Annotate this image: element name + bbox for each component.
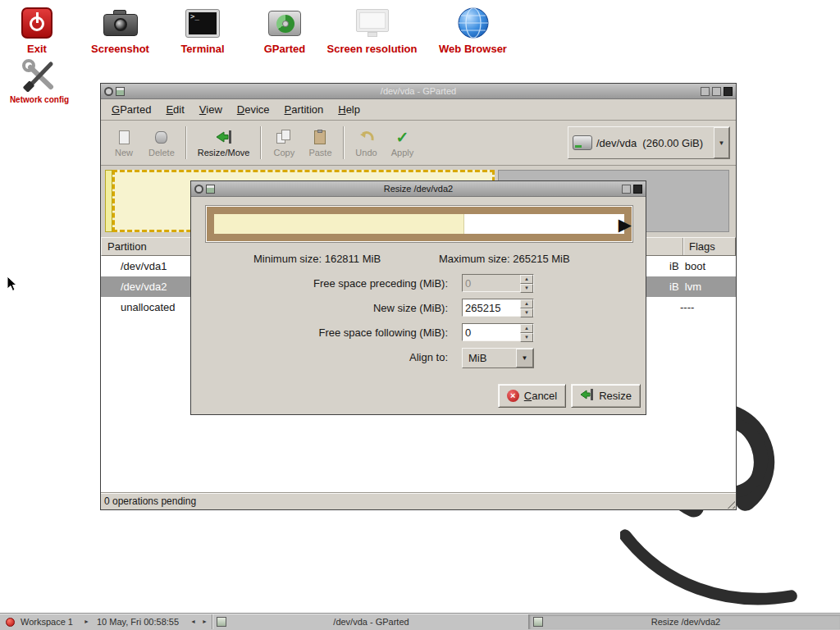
free-preceding-input <box>463 275 520 291</box>
workspace-label[interactable]: Workspace 1 <box>21 617 73 627</box>
partition-flags: iB lvm <box>669 281 701 293</box>
partition-visual-vda1[interactable] <box>105 170 112 232</box>
minimize-button[interactable] <box>701 87 710 96</box>
spin-up-icon[interactable]: ▲ <box>520 299 533 308</box>
menu-edit[interactable]: Edit <box>158 101 191 118</box>
gparted-titlebar[interactable]: /dev/vda - GParted <box>101 84 736 99</box>
column-header-partition[interactable]: Partition <box>107 240 147 253</box>
spinner-buttons[interactable]: ▲ ▼ <box>520 299 533 316</box>
partition-name: /dev/vda1 <box>121 260 167 272</box>
monitor-icon <box>317 5 427 41</box>
window-app-icon <box>206 185 215 194</box>
spinner-buttons[interactable]: ▲ ▼ <box>520 324 533 340</box>
desktop-icon-screen-resolution[interactable]: Screen resolution <box>317 5 427 55</box>
copy-label: Copy <box>274 148 295 158</box>
maximize-button[interactable] <box>712 87 721 96</box>
desktop-icon-label: GParted <box>253 43 317 55</box>
taskbar: Workspace 1 ► 10 May, Fri 00:58:55 ◄ ► /… <box>0 613 840 630</box>
cancel-button[interactable]: × Cancel <box>498 384 566 408</box>
taskbar-item-gparted[interactable]: /dev/vda - GParted <box>212 614 527 629</box>
delete-partition-button[interactable]: Delete <box>142 126 181 160</box>
new-size-spinner[interactable]: ▲ ▼ <box>462 299 534 317</box>
task-title: Resize /dev/vda2 <box>543 617 840 627</box>
partition-name: /dev/vda2 <box>121 281 167 293</box>
statusbar: 0 operations pending <box>101 492 736 509</box>
dialog-title: Resize /dev/vda2 <box>191 184 646 194</box>
resize-dialog: Resize /dev/vda2 ▶ Minimum size: 162811 … <box>190 180 646 415</box>
window-menu-icon[interactable] <box>194 185 203 194</box>
menu-device[interactable]: Device <box>230 101 277 118</box>
desktop-icon-terminal[interactable]: >_ Terminal <box>167 5 239 55</box>
window-next-icon[interactable]: ► <box>202 619 208 624</box>
desktop-icon-label: Terminal <box>167 43 239 55</box>
desktop-icon-gparted[interactable]: GParted <box>253 5 317 55</box>
terminal-icon: >_ <box>167 5 239 41</box>
workspace-next-icon[interactable]: ► <box>84 619 89 624</box>
paste-label: Paste <box>308 148 331 158</box>
device-selector[interactable]: /dev/vda (260.00 GiB) ▼ <box>568 126 730 159</box>
resize-button[interactable]: Resize <box>571 384 641 408</box>
resize-move-icon <box>215 128 233 146</box>
menu-view[interactable]: View <box>192 101 230 118</box>
resize-grip[interactable] <box>724 498 735 509</box>
spin-down-icon[interactable]: ▼ <box>520 308 533 317</box>
align-to-value: MiB <box>463 352 516 364</box>
new-size-row: New size (MiB): ▲ ▼ <box>191 299 646 318</box>
undo-label: Undo <box>355 148 377 158</box>
minmax-line: Minimum size: 162811 MiB Maximum size: 2… <box>191 253 646 266</box>
free-following-spinner[interactable]: ▲ ▼ <box>462 323 534 341</box>
resize-label: Resize <box>599 390 632 402</box>
disk-icon <box>573 135 592 150</box>
column-divider <box>682 238 684 255</box>
minimize-button[interactable] <box>622 185 631 194</box>
toolbar-separator <box>260 126 262 159</box>
desktop-icon-web-browser[interactable]: Web Browser <box>426 5 520 55</box>
toolbar-separator <box>185 126 187 159</box>
free-following-input[interactable] <box>463 324 520 340</box>
clock: 10 May, Fri 00:58:55 <box>97 617 179 627</box>
copy-button[interactable]: Copy <box>266 126 302 160</box>
resize-dialog-titlebar[interactable]: Resize /dev/vda2 <box>191 181 646 197</box>
align-to-dropdown[interactable]: MiB ▼ <box>462 348 534 368</box>
copy-icon <box>276 128 291 146</box>
desktop-icon-network-config[interactable]: Network config <box>2 57 77 104</box>
close-button[interactable] <box>724 87 733 96</box>
new-partition-icon <box>119 128 130 146</box>
partition-flags: iB boot <box>669 260 705 272</box>
column-header-flags[interactable]: Flags <box>689 240 715 253</box>
resize-move-button[interactable]: Resize/Move <box>191 126 257 160</box>
spin-down-icon[interactable]: ▼ <box>520 333 533 342</box>
free-space-bar <box>464 214 624 234</box>
delete-partition-icon <box>155 128 167 146</box>
taskbar-item-resize-dialog[interactable]: Resize /dev/vda2 <box>528 614 840 629</box>
window-prev-icon[interactable]: ◄ <box>190 619 196 624</box>
spin-up-icon[interactable]: ▲ <box>520 324 533 333</box>
used-space-bar <box>214 214 464 234</box>
gparted-disk-icon <box>253 5 317 41</box>
desktop-icon-label: Screen resolution <box>317 43 427 55</box>
window-app-icon <box>116 87 125 96</box>
grow-handle-icon[interactable]: ▶ <box>619 216 632 233</box>
align-to-arrow[interactable]: ▼ <box>516 349 533 368</box>
resize-slider[interactable]: ▶ <box>205 205 633 243</box>
paste-button[interactable]: Paste <box>302 126 338 160</box>
spinner-buttons: ▲ ▼ <box>520 275 533 291</box>
new-size-input[interactable] <box>463 299 520 316</box>
apply-button[interactable]: ✓ Apply <box>385 126 421 160</box>
desktop-icon-screenshot[interactable]: Screenshot <box>81 5 159 55</box>
new-partition-button[interactable]: New <box>106 126 142 160</box>
delete-label: Delete <box>148 148 175 158</box>
menu-gparted[interactable]: GParted <box>104 101 158 118</box>
device-selector-arrow[interactable]: ▼ <box>714 127 729 158</box>
globe-icon <box>426 5 520 41</box>
spin-down-icon: ▼ <box>520 284 533 293</box>
close-button[interactable] <box>633 185 642 194</box>
menu-partition[interactable]: Partition <box>277 101 331 118</box>
task-title: /dev/vda - GParted <box>226 617 527 627</box>
window-menu-icon[interactable] <box>104 87 113 96</box>
undo-button[interactable]: Undo <box>349 126 385 160</box>
desktop-icon-exit[interactable]: Exit <box>11 5 63 55</box>
menu-help[interactable]: Help <box>331 101 368 118</box>
free-following-row: Free space following (MiB): ▲ ▼ <box>191 323 646 343</box>
mouse-cursor-icon <box>7 276 18 292</box>
